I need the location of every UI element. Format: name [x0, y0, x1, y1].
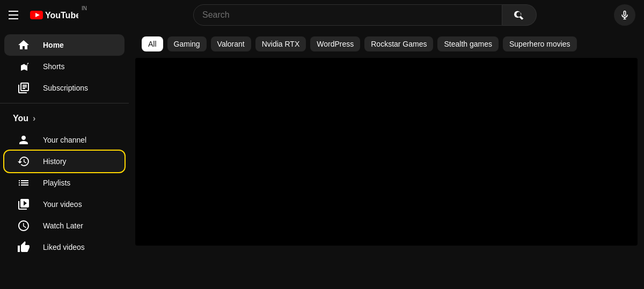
sidebar-item-history-label: History	[43, 157, 67, 166]
videos-icon	[17, 198, 30, 211]
playlists-icon	[17, 176, 30, 189]
sidebar-item-subscriptions[interactable]: Subscriptions	[4, 77, 125, 99]
sidebar-item-shorts-label: Shorts	[43, 62, 64, 71]
chip-stealth-games[interactable]: Stealth games	[437, 36, 499, 51]
svg-text:YouTube: YouTube	[45, 11, 78, 20]
sidebar-item-your-channel[interactable]: Your channel	[4, 129, 125, 151]
history-icon	[17, 155, 30, 168]
you-section-label: You	[13, 114, 28, 123]
header: YouTube IN	[0, 0, 644, 30]
content-area	[135, 58, 638, 246]
header-left: YouTube IN	[9, 9, 137, 21]
main-layout: Home Shorts Subscriptions You ›	[0, 30, 644, 289]
header-right	[592, 4, 635, 26]
channel-icon	[17, 134, 30, 146]
sidebar-item-playlists[interactable]: Playlists	[4, 172, 125, 194]
sidebar-item-liked-videos-label: Liked videos	[43, 243, 85, 251]
sidebar-divider-1	[0, 103, 129, 103]
sidebar-item-home-label: Home	[43, 41, 64, 49]
chip-rockstar-games[interactable]: Rockstar Games	[364, 36, 433, 51]
hamburger-menu-button[interactable]	[9, 9, 21, 21]
you-section-header[interactable]: You ›	[0, 108, 129, 129]
sidebar: Home Shorts Subscriptions You ›	[0, 30, 129, 289]
chip-valorant[interactable]: Valorant	[211, 36, 251, 51]
chip-nvidia-rtx[interactable]: Nvidia RTX	[255, 36, 306, 51]
header-center	[142, 4, 588, 26]
subscriptions-icon	[17, 81, 30, 94]
search-button[interactable]	[502, 4, 537, 26]
shorts-icon	[17, 60, 30, 73]
sidebar-item-liked-videos[interactable]: Liked videos	[4, 236, 125, 258]
sidebar-item-history[interactable]: History	[4, 151, 125, 172]
sidebar-item-your-videos[interactable]: Your videos	[4, 194, 125, 215]
sidebar-item-watch-later[interactable]: Watch Later	[4, 215, 125, 236]
sidebar-item-shorts[interactable]: Shorts	[4, 56, 125, 77]
sidebar-item-your-videos-label: Your videos	[43, 200, 82, 209]
country-badge: IN	[82, 5, 87, 11]
yt-logo-icon: YouTube	[30, 10, 78, 20]
chip-gaming[interactable]: Gaming	[167, 36, 207, 51]
youtube-logo[interactable]: YouTube IN	[30, 10, 87, 20]
search-input[interactable]	[202, 10, 493, 20]
main-content: All Gaming Valorant Nvidia RTX WordPress…	[129, 30, 644, 289]
chip-superhero-movies[interactable]: Superhero movies	[503, 36, 577, 51]
chip-all[interactable]: All	[142, 36, 163, 51]
search-icon	[514, 10, 525, 20]
chip-wordpress[interactable]: WordPress	[310, 36, 360, 51]
search-input-wrapper	[193, 4, 502, 26]
sidebar-item-watch-later-label: Watch Later	[43, 221, 83, 230]
sidebar-item-subscriptions-label: Subscriptions	[43, 84, 88, 92]
sidebar-item-playlists-label: Playlists	[43, 179, 70, 187]
voice-search-button[interactable]	[614, 4, 635, 26]
chevron-right-icon: ›	[33, 114, 35, 123]
liked-icon	[17, 241, 30, 254]
sidebar-item-home[interactable]: Home	[4, 34, 125, 56]
filter-bar: All Gaming Valorant Nvidia RTX WordPress…	[129, 30, 644, 58]
search-form	[193, 4, 537, 26]
mic-icon	[619, 10, 630, 20]
sidebar-item-your-channel-label: Your channel	[43, 136, 86, 144]
watch-later-icon	[17, 219, 30, 232]
home-icon	[17, 39, 30, 51]
